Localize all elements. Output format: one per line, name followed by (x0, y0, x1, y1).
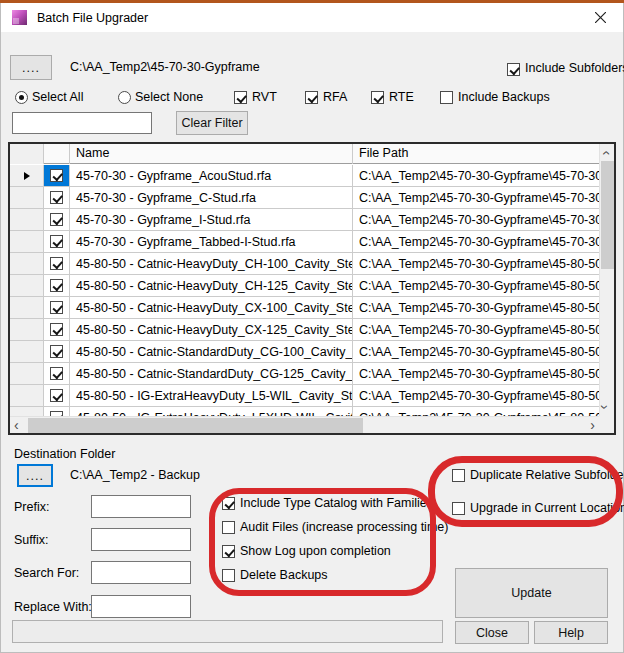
select-none-radio[interactable] (118, 91, 131, 104)
file-path-cell[interactable]: C:\AA_Temp2\45-70-30-Gypframe\45-70-30 -… (353, 231, 599, 252)
row-include-checkbox[interactable] (50, 389, 63, 402)
show-log-checkbox[interactable] (222, 545, 235, 558)
select-all-radio[interactable] (15, 91, 28, 104)
row-include-cell[interactable] (44, 363, 70, 384)
row-include-checkbox[interactable] (50, 279, 63, 292)
file-name-cell[interactable]: 45-80-50 - IG-ExtraHeavyDuty_L5XHD-WIL_C… (70, 407, 353, 416)
destination-browse-button[interactable]: .... (17, 464, 53, 487)
file-path-cell[interactable]: C:\AA_Temp2\45-70-30-Gypframe\45-80-50-C… (353, 275, 599, 296)
file-name-cell[interactable]: 45-80-50 - Catnic-HeavyDuty_CH-100_Cavit… (70, 253, 353, 274)
row-selector-cell[interactable] (10, 253, 44, 274)
scroll-down-icon[interactable]: › (598, 405, 612, 410)
upgrade-current-location-checkbox[interactable] (452, 502, 465, 515)
replace-with-field[interactable] (91, 595, 191, 618)
file-name-cell[interactable]: 45-80-50 - Catnic-HeavyDuty_CX-125_Cavit… (70, 319, 353, 340)
close-button[interactable] (577, 3, 623, 32)
file-path-cell[interactable]: C:\AA_Temp2\45-70-30-Gypframe\45-80-50-C… (353, 319, 599, 340)
delete-backups-checkbox[interactable] (222, 569, 235, 582)
row-include-checkbox[interactable] (50, 301, 63, 314)
file-name-cell[interactable]: 45-70-30 - Gypframe_I-Stud.rfa (70, 209, 353, 230)
file-name-cell[interactable]: 45-70-30 - Gypframe_AcouStud.rfa (70, 165, 353, 186)
table-row[interactable]: 45-70-30 - Gypframe_I-Stud.rfa C:\AA_Tem… (10, 209, 599, 231)
file-path-cell[interactable]: C:\AA_Temp2\45-70-30-Gypframe\45-80-50-C… (353, 407, 599, 416)
file-name-cell[interactable]: 45-80-50 - Catnic-HeavyDuty_CH-125_Cavit… (70, 275, 353, 296)
name-column-header[interactable]: Name (70, 144, 353, 164)
search-for-field[interactable] (91, 561, 191, 584)
file-path-cell[interactable]: C:\AA_Temp2\45-70-30-Gypframe\45-70-30 -… (353, 165, 599, 186)
file-name-cell[interactable]: 45-80-50 - Catnic-HeavyDuty_CX-100_Cavit… (70, 297, 353, 318)
scroll-right-icon[interactable]: › (590, 418, 595, 432)
path-column-header[interactable]: File Path (353, 144, 599, 164)
scroll-up-icon[interactable]: › (598, 151, 612, 156)
row-include-cell[interactable] (44, 319, 70, 340)
row-selector-cell[interactable] (10, 319, 44, 340)
table-row[interactable]: 45-70-30 - Gypframe_AcouStud.rfa C:\AA_T… (10, 165, 599, 187)
file-path-cell[interactable]: C:\AA_Temp2\45-70-30-Gypframe\45-80-50-C… (353, 297, 599, 318)
source-browse-button[interactable]: .... (10, 55, 52, 80)
duplicate-subfolders-checkbox[interactable] (452, 469, 465, 482)
row-include-cell[interactable] (44, 385, 70, 406)
row-selector-cell[interactable] (10, 407, 44, 416)
file-name-cell[interactable]: 45-80-50 - Catnic-StandardDuty_CG-125_Ca… (70, 363, 353, 384)
row-include-cell[interactable] (44, 187, 70, 208)
row-selector-cell[interactable] (10, 341, 44, 362)
file-path-cell[interactable]: C:\AA_Temp2\45-70-30-Gypframe\45-80-50-C… (353, 385, 599, 406)
table-row[interactable]: 45-70-30 - Gypframe_Tabbed-I-Stud.rfa C:… (10, 231, 599, 253)
row-include-checkbox[interactable] (50, 323, 63, 336)
file-path-cell[interactable]: C:\AA_Temp2\45-70-30-Gypframe\45-70-30 -… (353, 187, 599, 208)
table-row[interactable]: 45-80-50 - Catnic-HeavyDuty_CH-100_Cavit… (10, 253, 599, 275)
row-selector-cell[interactable] (10, 165, 44, 186)
row-selector-cell[interactable] (10, 275, 44, 296)
row-selector-cell[interactable] (10, 297, 44, 318)
table-row[interactable]: 45-80-50 - Catnic-HeavyDuty_CX-125_Cavit… (10, 319, 599, 341)
file-name-cell[interactable]: 45-70-30 - Gypframe_Tabbed-I-Stud.rfa (70, 231, 353, 252)
help-button[interactable]: Help (534, 621, 608, 644)
include-type-catalog-checkbox[interactable] (222, 497, 235, 510)
row-selector-cell[interactable] (10, 231, 44, 252)
row-include-cell[interactable] (44, 165, 70, 186)
table-row[interactable]: 45-80-50 - Catnic-StandardDuty_CG-100_Ca… (10, 341, 599, 363)
include-backups-checkbox[interactable] (440, 91, 453, 104)
row-include-cell[interactable] (44, 407, 70, 416)
row-include-cell[interactable] (44, 297, 70, 318)
row-selector-cell[interactable] (10, 187, 44, 208)
row-include-checkbox[interactable] (50, 257, 63, 270)
row-selector-cell[interactable] (10, 385, 44, 406)
table-row[interactable]: 45-80-50 - Catnic-HeavyDuty_CH-125_Cavit… (10, 275, 599, 297)
row-include-checkbox[interactable] (50, 345, 63, 358)
rte-checkbox[interactable] (371, 91, 384, 104)
row-include-cell[interactable] (44, 253, 70, 274)
row-include-checkbox[interactable] (50, 169, 63, 182)
title-bar[interactable]: Batch File Upgrader (1, 3, 623, 32)
rvt-checkbox[interactable] (234, 91, 247, 104)
file-path-cell[interactable]: C:\AA_Temp2\45-70-30-Gypframe\45-80-50-C… (353, 341, 599, 362)
table-row[interactable]: 45-70-30 - Gypframe_C-Stud.rfa C:\AA_Tem… (10, 187, 599, 209)
filter-input[interactable] (12, 112, 152, 134)
update-button[interactable]: Update (455, 568, 608, 618)
table-row[interactable]: 45-80-50 - IG-ExtraHeavyDuty_L5XHD-WIL_C… (10, 407, 599, 416)
row-include-cell[interactable] (44, 231, 70, 252)
row-include-cell[interactable] (44, 209, 70, 230)
table-row[interactable]: 45-80-50 - IG-ExtraHeavyDuty_L5-WIL_Cavi… (10, 385, 599, 407)
audit-files-checkbox[interactable] (222, 521, 235, 534)
file-name-cell[interactable]: 45-70-30 - Gypframe_C-Stud.rfa (70, 187, 353, 208)
vertical-scroll-thumb[interactable] (601, 161, 614, 269)
row-include-checkbox[interactable] (50, 191, 63, 204)
row-include-cell[interactable] (44, 341, 70, 362)
suffix-field[interactable] (91, 528, 191, 551)
horizontal-scroll-thumb[interactable] (28, 418, 363, 433)
prefix-field[interactable] (91, 495, 191, 518)
row-include-checkbox[interactable] (50, 367, 63, 380)
close-dialog-button[interactable]: Close (455, 621, 529, 644)
table-row[interactable]: 45-80-50 - Catnic-HeavyDuty_CX-100_Cavit… (10, 297, 599, 319)
clear-filter-button[interactable]: Clear Filter (176, 111, 248, 135)
checkbox-column-header[interactable] (44, 144, 70, 164)
row-selector-cell[interactable] (10, 363, 44, 384)
row-include-checkbox[interactable] (50, 235, 63, 248)
row-selector-cell[interactable] (10, 209, 44, 230)
table-row[interactable]: 45-80-50 - Catnic-StandardDuty_CG-125_Ca… (10, 363, 599, 385)
row-include-cell[interactable] (44, 275, 70, 296)
file-path-cell[interactable]: C:\AA_Temp2\45-70-30-Gypframe\45-80-50-C… (353, 363, 599, 384)
row-include-checkbox[interactable] (50, 213, 63, 226)
include-subfolders-checkbox[interactable] (507, 63, 520, 76)
